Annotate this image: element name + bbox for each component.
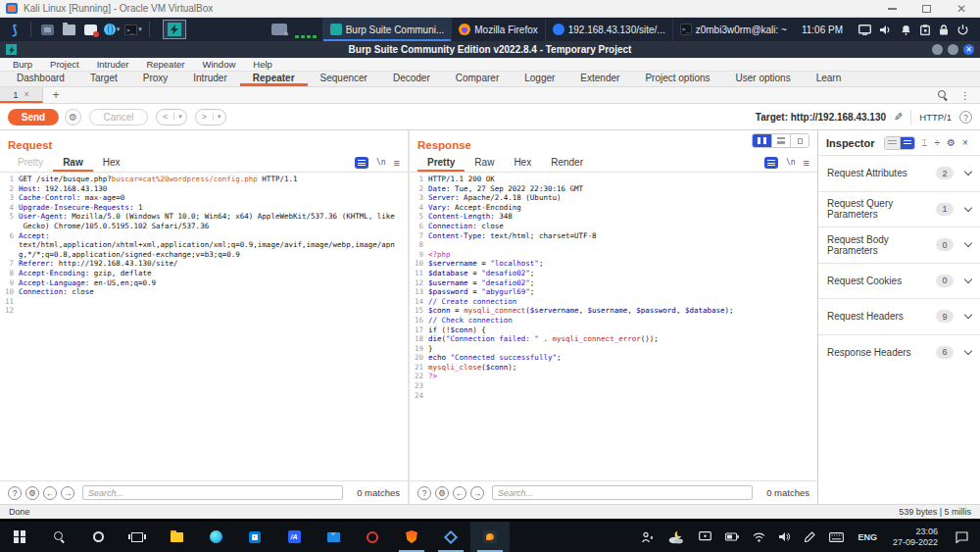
ma-app-icon[interactable]: /A — [274, 522, 314, 552]
gear-icon[interactable]: ⚙ — [947, 138, 956, 148]
inspector-list-view-icon[interactable] — [885, 137, 900, 149]
layout-columns-icon[interactable] — [753, 134, 771, 147]
inspector-panel-view-icon[interactable] — [900, 137, 914, 149]
file-manager-icon[interactable] — [60, 21, 77, 38]
collapse-all-icon[interactable]: ⌶ — [922, 138, 928, 148]
notification-bell-icon[interactable] — [901, 25, 911, 35]
close-icon[interactable]: ✕ — [956, 5, 966, 13]
tab-user-options[interactable]: User options — [723, 72, 804, 86]
pen-icon[interactable] — [798, 522, 822, 552]
start-button-icon[interactable] — [0, 522, 39, 552]
request-editor[interactable]: 1GET /site/busque.php?buscar=cat%20wordp… — [0, 173, 408, 480]
tab-sequencer[interactable]: Sequencer — [308, 72, 380, 86]
send-button[interactable]: Send — [8, 109, 59, 125]
show-newlines-icon[interactable]: \n — [786, 158, 796, 167]
tab-hex[interactable]: Hex — [93, 153, 130, 172]
close-inspector-icon[interactable]: × — [962, 138, 968, 148]
menu-repeater[interactable]: Repeater — [137, 59, 193, 70]
tab-render[interactable]: Render — [541, 153, 593, 172]
split-view-icon[interactable]: ÷ — [935, 138, 941, 148]
maximize-icon[interactable] — [922, 5, 931, 13]
layout-single-icon[interactable] — [790, 134, 808, 147]
kali-clock[interactable]: 11:06 PM — [794, 25, 851, 35]
add-tab-button[interactable]: + — [43, 87, 69, 103]
microsoft-store-icon[interactable] — [235, 522, 274, 552]
virtualbox-icon[interactable] — [431, 522, 470, 552]
next-match-icon[interactable]: → — [61, 486, 74, 500]
cortana-icon[interactable] — [78, 522, 118, 552]
tab-dashboard[interactable]: Dashboard — [4, 72, 77, 86]
chevron-down-icon[interactable] — [964, 311, 972, 319]
power-icon[interactable] — [957, 25, 968, 35]
brave-icon[interactable] — [392, 522, 431, 552]
window-app-icon[interactable] — [38, 21, 56, 38]
taskbar-item-firefox[interactable]: Mozilla Firefox — [451, 18, 544, 41]
history-back-button[interactable]: <▾ — [156, 109, 187, 125]
tab-raw[interactable]: Raw — [53, 153, 93, 172]
tab-pretty[interactable]: Pretty — [417, 153, 465, 172]
task-view-icon[interactable] — [118, 522, 157, 552]
kali-logo-icon[interactable]: ⟆ — [6, 21, 24, 38]
chevron-down-icon[interactable] — [964, 347, 972, 355]
volume-icon[interactable] — [772, 522, 798, 552]
tab-decoder[interactable]: Decoder — [380, 72, 443, 86]
search-settings-gear-icon[interactable]: ⚙ — [25, 486, 39, 500]
touch-keyboard-icon[interactable] — [822, 522, 851, 552]
clipboard-icon[interactable] — [920, 25, 930, 35]
chevron-down-icon[interactable] — [964, 239, 972, 247]
battery-icon[interactable] — [718, 522, 746, 552]
search-icon[interactable] — [39, 522, 78, 552]
inspector-section-request-headers[interactable]: Request Headers9 — [818, 298, 980, 334]
close-icon[interactable]: ✕ — [963, 44, 974, 55]
menu-burp[interactable]: Burp — [4, 59, 41, 70]
tab-comparer[interactable]: Comparer — [443, 72, 512, 86]
wifi-icon[interactable] — [746, 522, 772, 552]
search-settings-gear-icon[interactable]: ⚙ — [435, 486, 449, 500]
inspector-section-request-attributes[interactable]: Request Attributes2 — [818, 155, 980, 191]
chevron-down-icon[interactable]: ▾ — [173, 113, 186, 121]
menu-window[interactable]: Window — [194, 59, 245, 70]
send-settings-gear-icon[interactable]: ⚙ — [65, 109, 81, 125]
edge-icon[interactable] — [196, 522, 235, 552]
maximize-icon[interactable] — [948, 44, 958, 55]
help-icon[interactable]: ? — [417, 486, 431, 500]
layout-rows-icon[interactable] — [771, 134, 790, 147]
show-newlines-icon[interactable]: \n — [376, 158, 386, 167]
minimize-icon[interactable] — [932, 44, 943, 55]
tab-proxy[interactable]: Proxy — [130, 72, 181, 86]
minimize-icon[interactable] — [888, 8, 897, 10]
response-search-input[interactable] — [492, 485, 753, 500]
prettify-icon[interactable] — [355, 157, 368, 169]
taskbar-item-terminal[interactable]: >_ z0mbi3w0rm@kali: ~ — [672, 18, 794, 41]
language-indicator[interactable]: ENG — [851, 522, 884, 552]
tab-project-options[interactable]: Project options — [632, 72, 722, 86]
help-icon[interactable]: ? — [959, 111, 972, 124]
prev-match-icon[interactable]: ← — [453, 486, 466, 500]
lock-icon[interactable] — [939, 25, 949, 35]
action-center-icon[interactable] — [947, 522, 980, 552]
response-editor[interactable]: 1HTTP/1.1 200 OK2Date: Tue, 27 Sep 2022 … — [410, 173, 817, 480]
volume-icon[interactable] — [880, 25, 892, 35]
tab-target[interactable]: Target — [77, 72, 130, 86]
history-forward-button[interactable]: >▾ — [195, 109, 226, 125]
taskbar-item-burp[interactable]: Burp Suite Communi... — [322, 18, 452, 41]
request-search-input[interactable] — [82, 485, 343, 500]
burp-launcher-icon[interactable] — [163, 20, 186, 39]
inspector-section-request-query-parameters[interactable]: Request Query Parameters1 — [818, 191, 980, 227]
screen-share-icon[interactable] — [271, 24, 287, 35]
menu-intruder[interactable]: Intruder — [88, 59, 138, 70]
tab-intruder[interactable]: Intruder — [180, 72, 239, 86]
menu-project[interactable]: Project — [41, 59, 88, 70]
tab-extender[interactable]: Extender — [567, 72, 632, 86]
chevron-down-icon[interactable] — [964, 276, 972, 283]
menu-help[interactable]: Help — [244, 59, 281, 70]
tab-repeater[interactable]: Repeater — [240, 72, 308, 86]
inspector-section-request-body-parameters[interactable]: Request Body Parameters0 — [818, 226, 980, 263]
help-icon[interactable]: ? — [8, 486, 22, 500]
http-version[interactable]: HTTP/1 — [919, 112, 952, 123]
taskbar-item-firefox-page[interactable]: 192.168.43.130/site/... — [545, 18, 672, 41]
editor-menu-icon[interactable]: ≡ — [804, 157, 809, 169]
next-match-icon[interactable]: → — [470, 486, 484, 500]
kali-vm-window-icon[interactable] — [470, 522, 510, 552]
chevron-down-icon[interactable] — [964, 168, 972, 176]
